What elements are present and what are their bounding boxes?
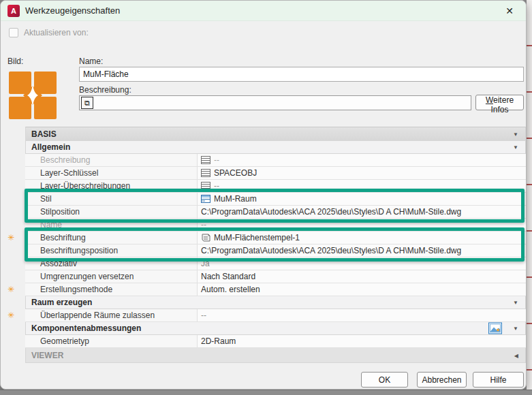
section-label: Komponentenabmessungen [26,323,141,333]
modified-flag-icon: ✳ [7,311,14,320]
chevron-down-icon[interactable]: ▼ [513,326,518,332]
row-value: -- [201,220,206,230]
row-beschriftung[interactable]: ✳ Beschriftung MuM-Flächenstempel-1 [25,232,526,244]
mum-logo-icon [9,72,57,119]
tool-image[interactable] [9,72,57,119]
row-beschriftungsposition[interactable]: Beschriftungsposition C:\ProgramData\Aut… [25,244,526,257]
image-label: Bild: [7,57,23,66]
row-stil[interactable]: Stil MuM-Raum [25,193,526,206]
cancel-button[interactable]: Abbrechen [417,372,467,388]
row-label: Stilposition [25,207,197,217]
update-from-checkbox[interactable] [9,28,18,37]
chevron-down-icon[interactable]: ▼ [513,300,518,306]
component-preview-icon[interactable] [488,323,502,334]
row-value: 2D-Raum [201,336,236,346]
row-stilposition[interactable]: Stilposition C:\ProgramData\Autodesk\ACA… [25,206,526,219]
name-input[interactable] [79,67,524,82]
row-label: Umgrenzungen versetzen [25,272,197,281]
row-value: -- [214,181,219,191]
row-value: -- [214,155,219,165]
row-label: Überlappende Räume zulassen [25,311,197,320]
modified-flag-icon: ✳ [7,233,14,242]
update-from-label: Aktualisieren von: [24,28,89,37]
section-label: Allgemein [26,142,70,152]
tool-properties-dialog: A Werkzeugeigenschaften ✕ Aktualisieren … [0,0,527,390]
property-grid: BASIS ▼ Allgemein ▼ Beschreibung -- Laye… [25,127,526,363]
title-bar[interactable]: A Werkzeugeigenschaften ✕ [1,1,526,21]
ok-button[interactable]: OK [361,372,408,388]
section-raum-erzeugen[interactable]: Raum erzeugen ▼ [25,296,526,309]
row-value: C:\ProgramData\Autodesk\ACA 2025\deu\Sty… [201,207,461,217]
row-label: Layer-Überschreibungen [25,181,197,191]
row-value: SPACEOBJ [214,168,257,178]
row-value: Nach Standard [201,272,255,281]
stamp-icon[interactable] [201,234,210,242]
row-umgrenzungen-versetzen[interactable]: Umgrenzungen versetzen Nach Standard [25,270,526,283]
worksheet-icon[interactable] [201,169,210,177]
worksheet-icon[interactable] [201,156,210,164]
background-app-right-edge [527,0,532,390]
row-label: Layer-Schlüssel [25,168,197,178]
row-value: Autom. erstellen [201,285,260,294]
section-allgemein[interactable]: Allgemein ▼ [25,141,526,154]
row-geometrietyp[interactable]: Geometrietyp 2D-Raum [25,335,526,348]
row-label: Geometrietyp [25,336,197,346]
section-label: BASIS [26,129,57,139]
row-label: Beschriftungsposition [25,246,197,255]
row-beschreibung[interactable]: Beschreibung -- [25,154,526,167]
description-input[interactable]: ⧉ [79,95,471,110]
row-value: MuM-Raum [214,194,257,204]
row-name[interactable]: Name -- [25,219,526,232]
autocad-logo-icon: A [7,5,20,17]
row-value: -- [201,311,206,320]
row-value: Ja [201,259,210,268]
window-title: Werkzeugeigenschaften [25,5,120,16]
update-from-row: Aktualisieren von: [9,28,89,37]
section-komponentenabmessungen[interactable]: Komponentenabmessungen ▼ [25,322,526,335]
description-editor-icon[interactable]: ⧉ [81,97,93,109]
name-label: Name: [79,57,103,66]
help-button[interactable]: Hilfe [473,372,524,388]
row-value: C:\ProgramData\Autodesk\ACA 2025\deu\Sty… [201,246,461,255]
row-label: Assoziativ [25,259,197,268]
chevron-down-icon[interactable]: ▼ [513,144,518,151]
row-label: Erstellungsmethode [25,285,197,294]
row-label: Beschreibung [25,155,197,165]
more-info-label: Weitere Infos [476,95,523,114]
section-label: Raum erzeugen [26,298,92,307]
chevron-down-icon[interactable]: ▼ [513,131,518,137]
section-viewer[interactable]: VIEWER ◀ [25,348,526,363]
modified-flag-icon: ✳ [7,285,14,294]
section-basis[interactable]: BASIS ▼ [25,127,526,141]
close-icon[interactable]: ✕ [503,4,516,18]
row-label: Name [25,220,197,230]
collapse-left-icon[interactable]: ◀ [514,352,518,358]
worksheet-icon[interactable] [201,182,210,190]
description-label: Beschreibung: [79,85,131,95]
row-ueberlappende-raeume[interactable]: ✳ Überlappende Räume zulassen -- [25,309,526,322]
row-assoziativ[interactable]: Assoziativ Ja [25,257,526,270]
row-erstellungsmethode[interactable]: ✳ Erstellungsmethode Autom. erstellen [25,283,526,296]
section-label: VIEWER [26,351,63,360]
row-value: MuM-Flächenstempel-1 [214,233,300,242]
style-table-icon[interactable] [201,195,210,203]
row-label: Beschriftung [25,233,197,242]
row-layer-schluessel[interactable]: Layer-Schlüssel SPACEOBJ [25,167,526,180]
more-info-button[interactable]: Weitere Infos [475,95,524,110]
background-app-bottom-edge [0,390,532,395]
row-label: Stil [25,194,197,204]
row-layer-ueberschreibungen[interactable]: Layer-Überschreibungen -- [25,180,526,193]
